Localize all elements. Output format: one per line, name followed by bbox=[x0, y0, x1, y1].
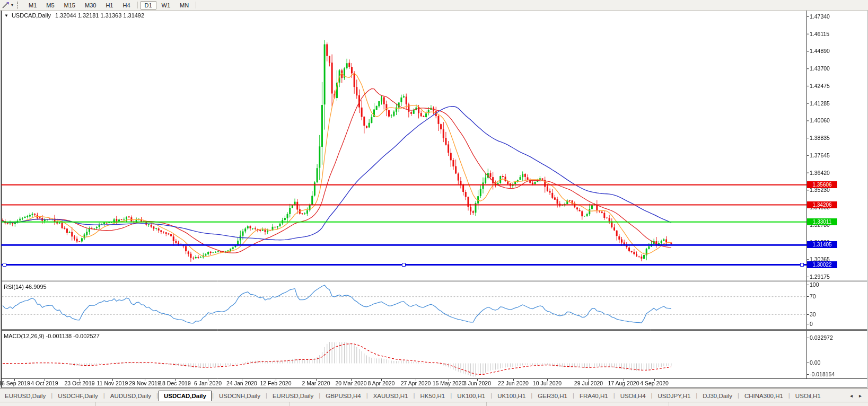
toolbar-grip[interactable] bbox=[17, 2, 21, 8]
time-axis-label: 4 Sep 2020 bbox=[640, 380, 669, 386]
rsi-level-label: 70 bbox=[810, 293, 816, 299]
timeframe-toolbar: ▾ M1M5M15M30H1H4D1W1MN bbox=[0, 0, 868, 11]
chart-tab-xauusd-h1[interactable]: XAUUSD,H1 bbox=[369, 391, 413, 401]
chart-tab-dj30-daily[interactable]: DJ30,Daily bbox=[698, 391, 737, 401]
macd-level-label: 0.032972 bbox=[810, 334, 833, 341]
chart-tab-uk100-h1[interactable]: UK100,H1 bbox=[452, 391, 490, 401]
tab-separator: | bbox=[651, 392, 653, 399]
tab-scroll-left-icon[interactable]: ◂ bbox=[847, 392, 856, 400]
chart-tab-usdchf-daily[interactable]: USDCHF,Daily bbox=[53, 391, 102, 401]
time-axis-label: 23 Oct 2019 bbox=[64, 380, 94, 386]
price-tick-label: 1.41285 bbox=[810, 100, 830, 107]
price-tick-label: 1.36420 bbox=[810, 170, 830, 176]
price-tick-label: 1.42475 bbox=[810, 83, 830, 89]
price-line-badge: 1.35606 bbox=[807, 181, 837, 188]
chart-tab-audusd-daily[interactable]: AUDUSD,Daily bbox=[106, 391, 156, 401]
timeframe-button-H4[interactable]: H4 bbox=[118, 1, 134, 10]
collapse-caret-icon[interactable]: ▼ bbox=[4, 13, 8, 18]
price-tick-label: 1.46115 bbox=[810, 31, 829, 37]
status-cell bbox=[290, 402, 487, 406]
timeframe-buttons: M1M5M15M30H1H4D1W1MN bbox=[24, 1, 198, 10]
tab-separator: | bbox=[573, 392, 574, 399]
time-axis-label: 27 Apr 2020 bbox=[401, 380, 431, 386]
time-axis-label: 6 Jan 2020 bbox=[194, 380, 222, 386]
tab-separator: | bbox=[103, 392, 105, 399]
tab-separator: | bbox=[738, 392, 739, 399]
chart-tab-china300-h1[interactable]: CHINA300,H1 bbox=[740, 391, 788, 401]
time-axis-label: 16 Sep 2019 bbox=[0, 380, 30, 386]
chart-tab-usoil-h4[interactable]: USOil,H4 bbox=[616, 391, 651, 401]
tab-separator: | bbox=[613, 392, 615, 399]
chart-tab-usdcnh-daily[interactable]: USDCNH,Daily bbox=[214, 391, 265, 401]
chart-tab-eurusd-daily[interactable]: EURUSD,Daily bbox=[268, 391, 318, 401]
symbol-period-label: USDCAD,Daily bbox=[12, 12, 51, 19]
chart-tab-uk100-h1[interactable]: UK100,H1 bbox=[493, 391, 530, 401]
chart-tab-gbpusd-h4[interactable]: GBPUSD,H4 bbox=[321, 391, 365, 401]
chart-tab-usdcad-daily[interactable]: USDCAD,Daily bbox=[159, 391, 212, 401]
time-axis-label: 29 Nov 2019 bbox=[129, 380, 161, 386]
dropdown-caret-icon[interactable]: ▾ bbox=[11, 3, 13, 7]
mt4-chart-window: ▾ M1M5M15M30H1H4D1W1MN ▼ USDCAD,Daily 1.… bbox=[0, 0, 868, 406]
tab-scroll-right-icon[interactable]: ▸ bbox=[856, 392, 865, 400]
ohlc-values: 1.32044 1.32181 1.31363 1.31492 bbox=[55, 12, 144, 19]
price-tick-label: 1.38835 bbox=[810, 135, 830, 141]
price-chart-canvas[interactable] bbox=[0, 0, 868, 406]
time-axis-label: 29 Jul 2020 bbox=[574, 380, 603, 386]
macd-level-label: -0.018154 bbox=[810, 371, 835, 377]
toolbar-separator bbox=[137, 2, 138, 8]
chart-tab-bar: EURUSD,Daily|USDCHF,Daily|AUDUSD,Daily|U… bbox=[0, 388, 868, 402]
status-cell bbox=[487, 402, 669, 406]
macd-label: MACD(12,26,9) -0.001138 -0.002527 bbox=[4, 333, 100, 339]
tab-separator: | bbox=[319, 392, 320, 399]
toolbar-separator bbox=[196, 2, 196, 8]
price-line-badge: 1.34206 bbox=[807, 201, 837, 208]
time-axis-label: 8 Apr 2020 bbox=[368, 380, 395, 386]
chart-title: ▼ USDCAD,Daily 1.32044 1.32181 1.31363 1… bbox=[4, 12, 144, 19]
tab-separator: | bbox=[414, 392, 415, 399]
chart-tab-eurusd-daily[interactable]: EURUSD,Daily bbox=[0, 391, 50, 401]
tab-separator: | bbox=[696, 392, 697, 399]
price-line-badge: 1.33011 bbox=[807, 218, 837, 225]
chart-tab-usdjpy-h1[interactable]: USDJPY,H1 bbox=[653, 391, 696, 401]
time-axis-label: 20 Mar 2020 bbox=[336, 380, 367, 386]
tab-separator: | bbox=[450, 392, 452, 399]
price-line-badge: 1.31405 bbox=[807, 241, 837, 248]
tab-separator: | bbox=[156, 392, 158, 399]
time-axis-label: 10 Jul 2020 bbox=[533, 380, 562, 386]
timeframe-button-M1[interactable]: M1 bbox=[24, 1, 41, 10]
price-tick-label: 1.37645 bbox=[810, 152, 830, 158]
price-tick-label: 1.40060 bbox=[810, 117, 830, 123]
tab-scroll-arrows: ◂▸ bbox=[847, 392, 865, 400]
price-tick-label: 1.43700 bbox=[810, 65, 830, 72]
time-axis-label: 3 Jun 2020 bbox=[463, 380, 491, 386]
tab-separator: | bbox=[366, 392, 368, 399]
tab-separator: | bbox=[490, 392, 492, 399]
price-tick-label: 1.47340 bbox=[810, 13, 830, 20]
timeframe-button-D1[interactable]: D1 bbox=[141, 1, 156, 10]
status-bar bbox=[0, 402, 868, 406]
chart-tab-usoil-h1[interactable]: USOil,H1 bbox=[791, 391, 826, 401]
timeframe-button-M30[interactable]: M30 bbox=[81, 1, 100, 10]
rsi-level-label: 100 bbox=[810, 281, 819, 288]
status-cell bbox=[96, 402, 290, 406]
tab-separator: | bbox=[212, 392, 214, 399]
line-tool-icon[interactable] bbox=[1, 1, 11, 9]
price-tick-label: 1.29175 bbox=[810, 273, 830, 280]
rsi-level-label: 0 bbox=[810, 321, 813, 327]
timeframe-button-W1[interactable]: W1 bbox=[157, 1, 175, 10]
price-tick-label: 1.44890 bbox=[810, 48, 830, 54]
timeframe-button-MN[interactable]: MN bbox=[176, 1, 193, 10]
time-axis-label: 18 Dec 2019 bbox=[159, 380, 191, 386]
time-axis-label: 24 Jan 2020 bbox=[226, 380, 257, 386]
tab-separator: | bbox=[788, 392, 790, 399]
chart-tab-ger30-h1[interactable]: GER30,H1 bbox=[533, 391, 572, 401]
chart-tab-hk50-h1[interactable]: HK50,H1 bbox=[416, 391, 450, 401]
time-axis-label: 22 Jun 2020 bbox=[498, 380, 529, 386]
time-axis-label: 15 May 2020 bbox=[433, 380, 465, 386]
chart-tab-fra40-h1[interactable]: FRA40,H1 bbox=[575, 391, 613, 401]
timeframe-button-M15[interactable]: M15 bbox=[60, 1, 80, 10]
macd-level-label: 0.00 bbox=[810, 359, 820, 366]
timeframe-button-H1[interactable]: H1 bbox=[101, 1, 117, 10]
timeframe-button-M5[interactable]: M5 bbox=[42, 1, 58, 10]
rsi-level-label: 30 bbox=[810, 311, 816, 317]
